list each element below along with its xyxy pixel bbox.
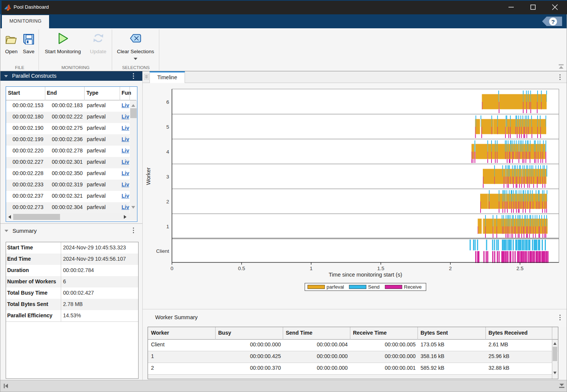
svg-text:4: 4 [166,149,169,155]
svg-text:3: 3 [166,174,169,180]
svg-text:2: 2 [166,199,169,204]
svg-text:5: 5 [166,124,169,130]
svg-text:Client: Client [156,248,169,254]
svg-text:Receive: Receive [404,284,422,290]
svg-text:0.5: 0.5 [238,266,245,271]
svg-text:1: 1 [166,224,169,229]
svg-text:1.5: 1.5 [377,266,384,271]
svg-text:6: 6 [166,99,169,105]
svg-text:2: 2 [449,266,452,271]
svg-text:Send: Send [368,284,379,290]
svg-text:0: 0 [171,266,174,271]
svg-text:2.5: 2.5 [516,266,524,271]
svg-text:1: 1 [310,266,313,271]
svg-text:Time since monitoring start (s: Time since monitoring start (s) [329,272,402,278]
svg-text:parfeval: parfeval [327,284,344,290]
svg-text:?: ? [551,18,555,25]
svg-text:Worker: Worker [145,168,151,185]
